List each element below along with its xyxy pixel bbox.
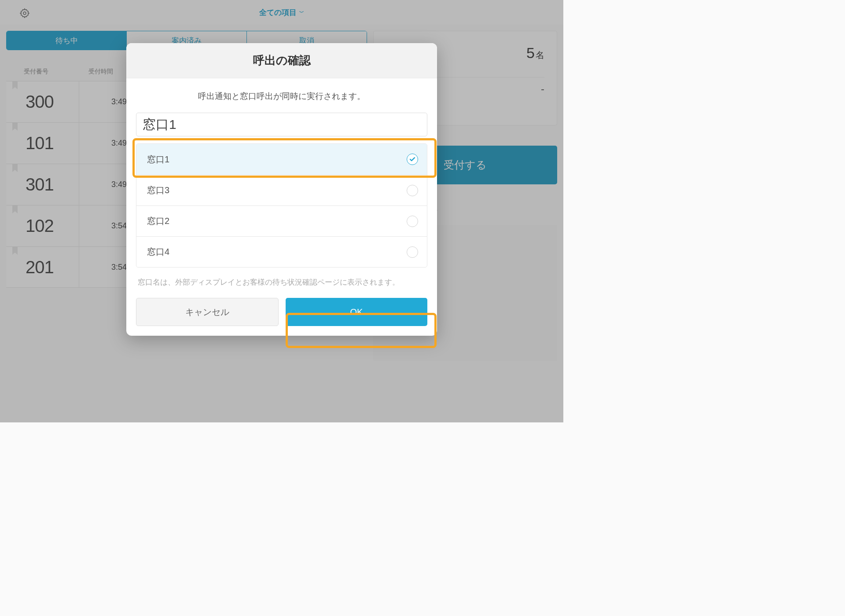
window-option[interactable]: 窓口1: [136, 144, 427, 175]
window-options: 窓口1 窓口3 窓口2 窓口4: [136, 143, 427, 268]
ok-button[interactable]: OK: [286, 298, 427, 326]
window-option[interactable]: 窓口2: [136, 205, 427, 236]
option-label: 窓口1: [147, 154, 169, 165]
helper-text: 窓口名は、外部ディスプレイとお客様の待ち状況確認ページに表示されます。: [136, 276, 427, 288]
call-confirm-modal: 呼出の確認 呼出通知と窓口呼出が同時に実行されます。 窓口1 窓口3 窓口2 窓…: [126, 43, 437, 336]
modal-overlay[interactable]: 呼出の確認 呼出通知と窓口呼出が同時に実行されます。 窓口1 窓口3 窓口2 窓…: [0, 0, 563, 422]
window-option[interactable]: 窓口4: [136, 236, 427, 267]
cancel-button[interactable]: キャンセル: [136, 298, 279, 326]
modal-title: 呼出の確認: [126, 43, 437, 78]
option-label: 窓口3: [147, 184, 169, 196]
modal-message: 呼出通知と窓口呼出が同時に実行されます。: [136, 91, 427, 102]
window-option[interactable]: 窓口3: [136, 175, 427, 205]
radio-indicator: [407, 246, 418, 258]
window-name-input[interactable]: [136, 113, 427, 136]
radio-indicator: [407, 154, 418, 165]
option-label: 窓口4: [147, 246, 169, 258]
radio-indicator: [407, 216, 418, 227]
option-label: 窓口2: [147, 215, 169, 227]
radio-indicator: [407, 185, 418, 196]
